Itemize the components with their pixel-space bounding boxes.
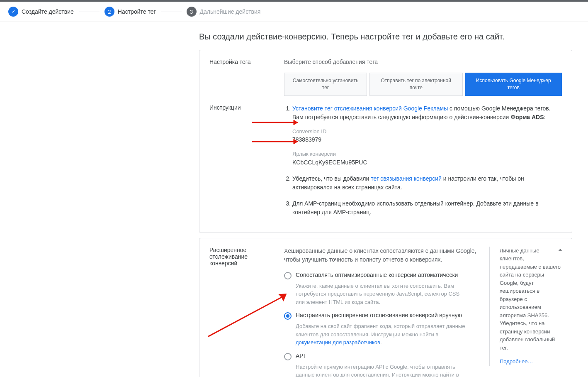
step-line xyxy=(161,12,182,12)
step-2[interactable]: 2 Настройте тег xyxy=(104,7,156,17)
radio-icon[interactable] xyxy=(284,353,292,360)
instructions-label: Инструкции xyxy=(209,104,276,224)
tab-self-install[interactable]: Самостоятельно установить тег xyxy=(284,73,367,96)
step-2-circle: 2 xyxy=(104,7,114,17)
step-1-label: Создайте действие xyxy=(22,8,74,15)
radio-option-api[interactable]: API xyxy=(284,353,481,360)
radio-api-label: API xyxy=(296,353,305,359)
radio-auto-label: Сопоставлять оптимизированные конверсии … xyxy=(296,272,458,278)
step-3-circle: 3 xyxy=(187,7,197,17)
step-3[interactable]: 3 Дальнейшие действия xyxy=(187,7,261,17)
radio-icon[interactable] xyxy=(284,272,292,279)
page-title: Вы создали действие-конверсию. Теперь на… xyxy=(199,32,588,42)
infobox: Личные данные клиентов, передаваемые с в… xyxy=(489,247,562,366)
radio-option-auto[interactable]: Сопоставлять оптимизированные конверсии … xyxy=(284,272,481,279)
radio-option-manual[interactable]: Настраивать расширенное отслеживание кон… xyxy=(284,312,481,320)
conversion-tag-label: Ярлык конверсии xyxy=(292,150,562,158)
tab-email[interactable]: Отправить тег по электронной почте xyxy=(369,73,463,96)
card-tag-setup: Настройка тега Выберите способ добавлени… xyxy=(199,50,572,233)
radio-manual-label: Настраивать расширенное отслеживание кон… xyxy=(296,312,462,318)
radio-icon[interactable] xyxy=(284,312,292,320)
learn-more-link[interactable]: Подробнее… xyxy=(500,357,562,366)
instructions-list: Установите тег отслеживания конверсий Go… xyxy=(284,104,562,217)
conversion-tag-value: KCbCCLqKy9ECEMu95PUC xyxy=(292,158,562,167)
dev-docs-link[interactable]: документации для разработчиков xyxy=(296,339,380,345)
install-tag-link[interactable]: Установите тег отслеживания конверсий Go… xyxy=(292,105,448,112)
tab-gtm[interactable]: Использовать Google Менеджер тегов xyxy=(465,73,562,96)
radio-manual-desc: Добавьте на свой сайт фрагмент кода, кот… xyxy=(296,322,466,347)
conversion-id-value: 783883979 xyxy=(292,135,562,144)
radio-auto-desc: Укажите, какие данные о клиентах вы хоти… xyxy=(296,282,466,306)
instruction-1: Установите тег отслеживания конверсий Go… xyxy=(292,104,562,167)
radio-api-desc: Настройте прямую интеграцию API с Google… xyxy=(296,363,466,377)
step-3-label: Дальнейшие действия xyxy=(200,8,261,15)
enhanced-desc: Хешированные данные о клиентах сопоставл… xyxy=(284,247,481,264)
stepper: Создайте действие 2 Настройте тег 3 Даль… xyxy=(0,2,588,22)
check-icon xyxy=(8,7,18,17)
setup-label: Настройка тега xyxy=(209,59,276,96)
conversion-linker-link[interactable]: тег связывания конверсий xyxy=(371,175,442,182)
infobox-text: Личные данные клиентов, передаваемые с в… xyxy=(500,247,562,352)
instruction-2: Убедитесь, что вы добавили тег связывани… xyxy=(292,174,562,192)
step-line xyxy=(79,12,100,12)
tag-method-tabs: Самостоятельно установить тег Отправить … xyxy=(284,73,562,96)
conversion-id-label: Conversion ID xyxy=(292,127,562,136)
enhanced-label: Расширенное отслеживание конверсий xyxy=(209,247,276,377)
instruction-3: Для AMP-страниц необходимо использовать … xyxy=(292,199,562,217)
chevron-up-icon[interactable] xyxy=(556,246,564,255)
setup-desc: Выберите способ добавления тега xyxy=(284,59,562,65)
step-2-label: Настройте тег xyxy=(118,8,156,15)
card-enhanced-conversions: Расширенное отслеживание конверсий Хешир… xyxy=(199,238,572,377)
step-1[interactable]: Создайте действие xyxy=(8,7,74,17)
